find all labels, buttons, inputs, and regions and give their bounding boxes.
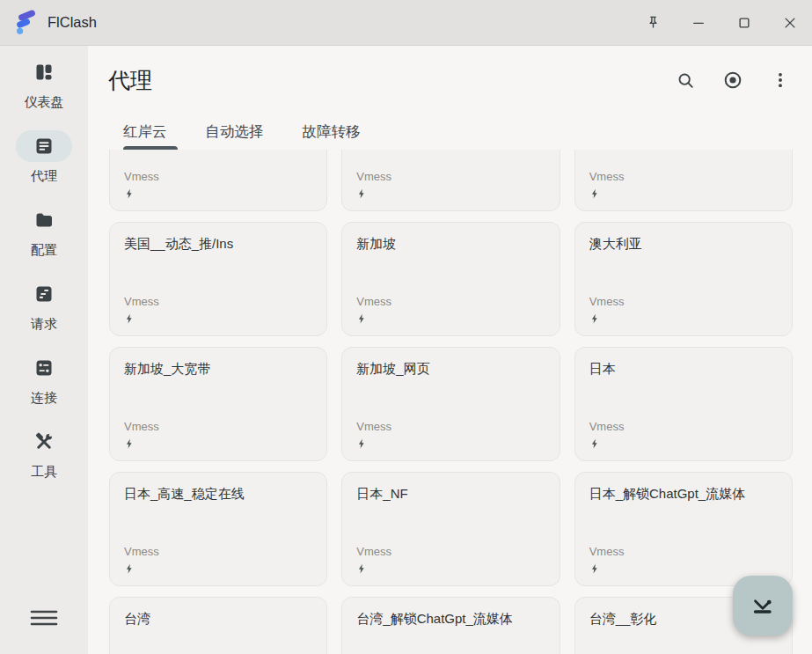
network-ping-icon: [750, 592, 776, 619]
proxy-card[interactable]: 新加坡_大宽带 Vmess: [109, 347, 327, 461]
bolt-icon: [124, 312, 135, 325]
proxy-card[interactable]: 日本_高速_稳定在线 Vmess: [109, 472, 327, 586]
proxy-card[interactable]: 日本_NF Vmess: [341, 472, 560, 586]
titlebar: FlClash: [0, 0, 812, 46]
proxy-card-type: Vmess: [124, 169, 312, 184]
sidebar-item-label: 仪表盘: [25, 92, 64, 111]
locate-group-button[interactable]: [716, 63, 750, 97]
proxy-card-title: 日本_高速_稳定在线: [124, 484, 312, 503]
bolt-icon: [589, 437, 601, 450]
bolt-icon: [589, 187, 601, 200]
proxy-card-title: 台湾: [124, 609, 312, 628]
proxy-card[interactable]: 日本 Vmess: [574, 347, 793, 461]
sidebar-item-proxies[interactable]: 代理: [0, 130, 88, 185]
bolt-icon: [356, 312, 368, 325]
proxy-card-type: Vmess: [589, 544, 778, 559]
proxy-card[interactable]: 台湾 Vmess: [109, 597, 327, 654]
sidebar-item-label: 配置: [31, 240, 57, 259]
main-content: 代理: [88, 46, 812, 654]
proxy-card-title: 新加坡_大宽带: [124, 359, 312, 378]
bolt-icon: [356, 437, 368, 450]
maximize-button[interactable]: [735, 13, 754, 33]
tab-group-3[interactable]: 故障转移: [303, 122, 361, 142]
close-icon: [782, 15, 798, 31]
search-icon: [676, 70, 696, 91]
proxy-card-type: Vmess: [356, 544, 545, 559]
pin-button[interactable]: [643, 13, 662, 33]
proxy-card-type: Vmess: [589, 419, 778, 434]
flclash-window: FlClash: [0, 0, 812, 654]
proxy-card[interactable]: 新加坡 Vmess: [341, 222, 560, 336]
search-button[interactable]: [669, 63, 702, 97]
bolt-icon: [589, 312, 601, 325]
header-actions: [669, 63, 797, 97]
sidebar-item-label: 工具: [31, 462, 57, 481]
tab-group-1[interactable]: 红岸云: [123, 122, 167, 142]
proxy-card[interactable]: 澳大利亚 Vmess: [574, 222, 793, 336]
tab-group-2[interactable]: 自动选择: [206, 122, 264, 142]
dashboard-icon: [33, 62, 55, 83]
requests-icon: [33, 283, 55, 305]
more-button[interactable]: [764, 63, 797, 97]
proxy-card-type: Vmess: [356, 169, 545, 184]
proxy-card[interactable]: Vmess: [574, 150, 793, 211]
proxy-card-title: 台湾_解锁ChatGpt_流媒体: [356, 609, 545, 628]
proxy-card-title: 日本: [589, 359, 778, 378]
sidebar-item-label: 请求: [31, 314, 57, 333]
proxy-card-type: Vmess: [356, 294, 545, 309]
connections-icon: [33, 357, 55, 378]
proxy-card[interactable]: 台湾_解锁ChatGpt_流媒体 Vmess: [341, 597, 560, 654]
bolt-icon: [589, 562, 601, 575]
profiles-icon: [33, 209, 55, 231]
locate-group-icon: [722, 70, 743, 91]
close-button[interactable]: [780, 13, 800, 33]
sidebar-item-tools[interactable]: 工具: [0, 426, 88, 481]
hamburger-icon: [30, 607, 58, 628]
delay-test-fab[interactable]: [733, 576, 793, 636]
sidebar-item-profiles[interactable]: 配置: [0, 204, 88, 259]
proxy-card-title: 新加坡: [356, 234, 545, 253]
proxy-card-title: 日本_解锁ChatGpt_流媒体: [589, 484, 778, 503]
minimize-icon: [691, 15, 706, 31]
page-title: 代理: [108, 66, 152, 95]
proxy-card-title: 日本_NF: [356, 484, 545, 503]
selected-pill: [16, 130, 72, 162]
sidebar-item-dashboard[interactable]: 仪表盘: [0, 56, 88, 111]
proxy-card[interactable]: Vmess: [341, 150, 560, 211]
proxy-card-title: 新加坡_网页: [356, 359, 545, 378]
proxy-card-type: Vmess: [589, 294, 778, 309]
bolt-icon: [124, 437, 135, 450]
proxy-card-type: Vmess: [124, 294, 312, 309]
sidebar-item-requests[interactable]: 请求: [0, 278, 88, 333]
proxy-card-type: Vmess: [356, 419, 545, 434]
proxy-card-type: Vmess: [589, 169, 778, 184]
proxy-card[interactable]: 美国__动态_推/Ins Vmess: [109, 222, 327, 336]
sidebar-item-connections[interactable]: 连接: [0, 352, 88, 407]
bolt-icon: [356, 562, 368, 575]
minimize-button[interactable]: [689, 13, 708, 33]
proxy-card-title: 澳大利亚: [589, 234, 778, 253]
proxy-card[interactable]: 日本_解锁ChatGpt_流媒体 Vmess: [574, 472, 793, 586]
bolt-icon: [356, 187, 368, 200]
bolt-icon: [124, 562, 135, 575]
sidebar-item-label: 代理: [31, 166, 57, 185]
proxy-card-title: 美国__动态_推/Ins: [124, 234, 312, 253]
proxy-card[interactable]: Vmess: [109, 150, 327, 211]
menu-button[interactable]: [25, 605, 63, 631]
bolt-icon: [124, 187, 135, 200]
proxies-icon: [33, 136, 55, 157]
proxy-card-type: Vmess: [124, 419, 312, 434]
app-title: FlClash: [48, 14, 97, 31]
sidebar-item-label: 连接: [31, 388, 57, 407]
proxy-card[interactable]: 新加坡_网页 Vmess: [341, 347, 560, 461]
main-header: 代理: [88, 46, 812, 114]
proxy-grid: Vmess Vmess Vmess 美国__动态_推/Ins Vmess 新加坡…: [109, 150, 793, 654]
flclash-logo-icon: [11, 9, 38, 37]
proxy-group-tabs: 红岸云 自动选择 故障转移: [88, 114, 812, 150]
proxy-scroll-area[interactable]: Vmess Vmess Vmess 美国__动态_推/Ins Vmess 新加坡…: [88, 150, 812, 654]
window-controls: [643, 13, 812, 33]
tools-icon: [33, 431, 55, 452]
more-vertical-icon: [771, 70, 790, 90]
sidebar: 仪表盘 代理 配置: [0, 46, 88, 654]
pin-icon: [645, 14, 662, 31]
